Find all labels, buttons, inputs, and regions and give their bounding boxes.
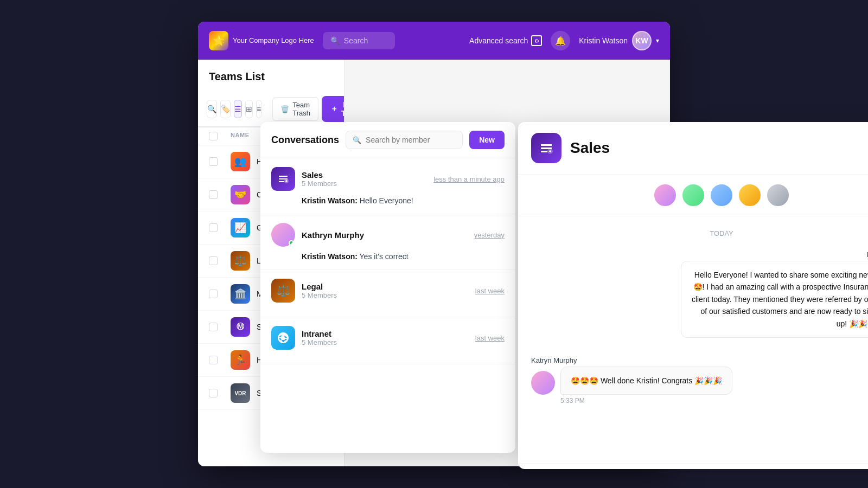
search-toolbar-button[interactable]: 🔍 [207,100,217,118]
trash-icon: 🗑️ [280,105,289,113]
sent-message-bubble-row: Hello Everyone! I wanted to share some e… [681,261,868,338]
preview-sender: Kristin Watson: [302,196,358,205]
team-icon: 🏛️ [231,284,250,304]
intranet-conv-time: last week [475,334,505,342]
preview-text: Hello Everyone! [360,196,413,205]
notifications-button[interactable]: 🔔 [551,31,570,50]
new-team-button[interactable]: ＋ New Team [322,96,344,122]
received-message-group: Katryn Murphy 🤩🤩🤩 Well done Kristin! Con… [531,356,868,404]
list-view-button[interactable]: ☰ [234,100,242,118]
team-checkbox[interactable] [209,256,218,265]
company-logo-icon: 🌟 [209,31,228,50]
conversations-panel: Conversations 🔍 New [260,122,515,453]
intranet-conv-meta: Intranet 5 Members [302,329,469,346]
team-icon: 📈 [231,218,250,237]
logo-area: 🌟 Your Company Logo Here [209,31,314,50]
team-checkbox[interactable] [209,389,218,397]
team-icon: VDR [231,383,250,403]
top-navigation: 🌟 Your Company Logo Here 🔍 Search Advanc… [198,22,670,60]
conversations-title: Conversations [271,134,339,146]
conversation-item-kathryn[interactable]: Kathryn Murphy yesterday Kristin Watson:… [260,214,515,270]
sales-conv-members: 5 Members [302,179,427,188]
company-logo-text: Your Company Logo Here [233,36,314,46]
team-checkbox[interactable] [209,223,218,232]
advanced-search-button[interactable]: Advanced search ⚙ [469,35,542,46]
chevron-down-icon: ▾ [656,37,659,44]
team-icon: ⚖️ [231,251,250,271]
legal-conv-members: 5 Members [302,291,469,299]
kathryn-conv-meta: Kathryn Murphy [302,230,468,240]
sales-conv-meta: Sales 5 Members [302,170,427,188]
plus-icon: ＋ [330,104,338,114]
team-checkbox[interactable] [209,356,218,364]
team-trash-button[interactable]: 🗑️ Team Trash [272,97,318,121]
teams-list-title: Teams List [209,70,265,83]
team-checkbox[interactable] [209,290,218,298]
legal-conv-icon: ⚖️ [271,279,295,303]
teams-list-header: Teams List [198,60,344,92]
intranet-conv-members: 5 Members [302,338,469,346]
received-message-sender: Katryn Murphy [531,356,577,364]
preview-sender: Kristin Watson: [302,252,358,261]
team-icon: 🤝 [231,185,250,204]
chat-body: TODAY Kristin Watson Hello Everyone! I w… [518,216,868,463]
date-divider: TODAY [531,229,868,237]
chat-team-name: Sales [570,139,610,157]
preview-text: Yes it's correct [360,252,409,261]
message-text: Hello Everyone! I wanted to share some e… [692,271,868,328]
sent-message-group: Kristin Watson Hello Everyone! I wanted … [531,251,868,348]
team-icon: 🏃 [231,350,250,370]
chat-panel: Sales TODAY Kristin Watson Hello Everyon… [518,122,868,469]
received-message-time: 5:33 PM [531,397,585,404]
received-avatar [531,371,555,395]
team-checkbox[interactable] [209,323,218,331]
sales-conv-preview: Kristin Watson: Hello Everyone! [271,196,505,205]
tag-toolbar-button[interactable]: 🏷️ [220,100,231,118]
conversation-item-intranet[interactable]: Intranet 5 Members last week [260,317,515,364]
detail-view-button[interactable]: ≡ [256,100,261,118]
member-avatar-3 [710,183,733,207]
conversations-list: Sales 5 Members less than a minute ago K… [260,158,515,453]
kathryn-conv-preview: Kristin Watson: Yes it's correct [271,252,505,261]
conversation-item-legal[interactable]: ⚖️ Legal 5 Members last week [260,270,515,317]
filter-icon: ⚙ [531,35,542,46]
member-avatar-1 [653,183,677,207]
user-name-label: Kristin Watson [579,36,628,45]
select-all-checkbox[interactable] [209,132,218,140]
nav-search-box[interactable]: 🔍 Search [323,32,395,49]
chat-team-icon [531,133,561,163]
search-by-member-input[interactable] [366,136,456,144]
legal-conv-time: last week [475,287,505,295]
member-avatar-2 [681,183,705,207]
search-icon: 🔍 [330,36,340,45]
name-column-header: NAME [231,132,250,140]
sales-conv-time: less than a minute ago [433,175,505,183]
conversation-item-sales[interactable]: Sales 5 Members less than a minute ago K… [260,158,515,214]
new-conversation-button[interactable]: New [469,131,505,149]
legal-conv-meta: Legal 5 Members [302,282,469,299]
chat-members-row [518,175,868,216]
sales-conv-icon [271,167,295,191]
legal-conv-name: Legal [302,282,469,291]
search-placeholder: Search [344,36,368,45]
conversations-search-box[interactable]: 🔍 [346,131,463,149]
member-avatar-5 [766,183,790,207]
search-icon: 🔍 [353,136,361,144]
intranet-conv-name: Intranet [302,329,469,338]
sent-message-bubble: Hello Everyone! I wanted to share some e… [681,261,868,338]
member-avatar-4 [738,183,762,207]
grid-view-button[interactable]: ⊞ [245,100,253,118]
kathryn-avatar [271,223,295,247]
team-icon: 👥 [231,152,250,171]
team-checkbox[interactable] [209,157,218,166]
received-message-bubble: 🤩🤩🤩 Well done Kristin! Congrats 🎉🎉🎉 [560,367,732,395]
chat-header: Sales [518,122,868,175]
advanced-search-label: Advanced search [469,36,528,45]
user-profile-area[interactable]: Kristin Watson KW ▾ [579,31,659,50]
team-checkbox[interactable] [209,190,218,199]
conversations-header: Conversations 🔍 New [260,122,515,158]
message-text: 🤩🤩🤩 Well done Kristin! Congrats 🎉🎉🎉 [571,376,722,385]
chat-footer: ↻ [518,463,868,469]
team-icon: Ⓜ [231,317,250,337]
user-avatar: KW [632,31,652,50]
